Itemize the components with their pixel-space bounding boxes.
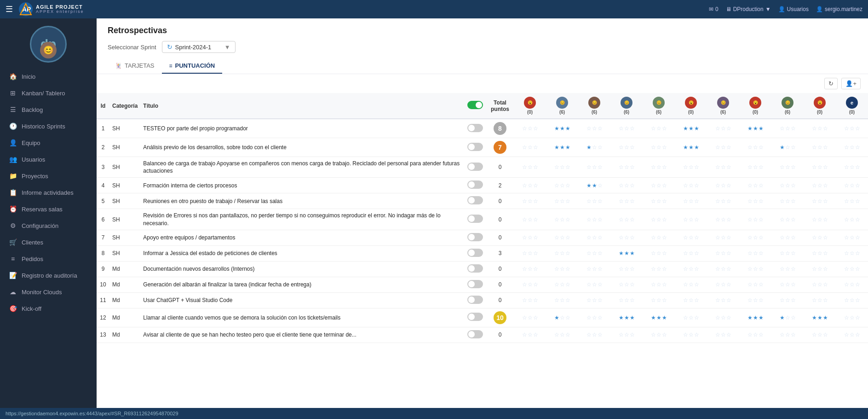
sidebar-item-kickoff[interactable]: 🎯 Kick-off bbox=[0, 300, 97, 317]
star[interactable]: ★ bbox=[780, 314, 785, 321]
star[interactable]: ☆ bbox=[823, 297, 828, 303]
star[interactable]: ☆ bbox=[565, 332, 570, 338]
star[interactable]: ☆ bbox=[554, 250, 559, 256]
star[interactable]: ☆ bbox=[850, 182, 855, 189]
row-toggle-switch[interactable] bbox=[467, 196, 483, 204]
star[interactable]: ☆ bbox=[533, 198, 538, 204]
star[interactable]: ★ bbox=[619, 314, 624, 321]
star[interactable]: ☆ bbox=[522, 266, 527, 272]
star[interactable]: ☆ bbox=[785, 281, 790, 288]
sidebar-item-reservas[interactable]: ⏰ Reservas salas bbox=[0, 201, 97, 217]
star[interactable]: ☆ bbox=[528, 314, 533, 321]
star[interactable]: ☆ bbox=[817, 266, 822, 272]
refresh-button[interactable]: ↻ bbox=[824, 78, 838, 89]
star[interactable]: ☆ bbox=[759, 266, 764, 272]
star[interactable]: ☆ bbox=[759, 198, 764, 204]
star[interactable]: ☆ bbox=[715, 182, 720, 189]
star[interactable]: ☆ bbox=[528, 234, 533, 241]
row-toggle[interactable] bbox=[464, 277, 486, 292]
star[interactable]: ★ bbox=[565, 125, 570, 132]
star[interactable]: ☆ bbox=[598, 297, 603, 303]
star[interactable]: ☆ bbox=[522, 314, 527, 321]
star[interactable]: ★ bbox=[812, 314, 817, 321]
star[interactable]: ☆ bbox=[683, 266, 688, 272]
star[interactable]: ☆ bbox=[726, 314, 731, 321]
star[interactable]: ☆ bbox=[522, 234, 527, 241]
star[interactable]: ☆ bbox=[747, 234, 753, 241]
star[interactable]: ☆ bbox=[759, 234, 764, 241]
star[interactable]: ☆ bbox=[630, 281, 635, 288]
star[interactable]: ☆ bbox=[812, 297, 817, 303]
star[interactable]: ☆ bbox=[598, 281, 603, 288]
sidebar-item-clientes[interactable]: 🛒 Clientes bbox=[0, 234, 97, 250]
star[interactable]: ☆ bbox=[817, 332, 822, 338]
star[interactable]: ☆ bbox=[554, 332, 559, 338]
star[interactable]: ☆ bbox=[785, 266, 790, 272]
sidebar-item-pedidos[interactable]: ≡ Pedidos bbox=[0, 250, 97, 267]
star[interactable]: ☆ bbox=[560, 332, 565, 338]
star[interactable]: ☆ bbox=[598, 144, 603, 151]
star[interactable]: ☆ bbox=[726, 216, 731, 223]
star[interactable]: ☆ bbox=[715, 198, 720, 204]
star[interactable]: ☆ bbox=[780, 182, 785, 189]
star[interactable]: ☆ bbox=[694, 198, 699, 204]
row-toggle[interactable] bbox=[464, 327, 486, 343]
star[interactable]: ☆ bbox=[759, 216, 764, 223]
star[interactable]: ☆ bbox=[721, 332, 726, 338]
star[interactable]: ☆ bbox=[598, 250, 603, 256]
star[interactable]: ☆ bbox=[817, 182, 822, 189]
row-toggle[interactable] bbox=[464, 209, 486, 230]
star[interactable]: ☆ bbox=[715, 314, 720, 321]
star[interactable]: ☆ bbox=[753, 216, 758, 223]
star[interactable]: ☆ bbox=[689, 314, 694, 321]
star[interactable]: ☆ bbox=[850, 266, 855, 272]
sidebar-item-inicio[interactable]: 🏠 Inicio bbox=[0, 68, 97, 85]
star[interactable]: ☆ bbox=[651, 125, 656, 132]
star[interactable]: ☆ bbox=[592, 198, 597, 204]
star[interactable]: ☆ bbox=[522, 250, 527, 256]
star[interactable]: ☆ bbox=[850, 216, 855, 223]
star[interactable]: ★ bbox=[554, 314, 559, 321]
master-toggle[interactable] bbox=[467, 101, 483, 109]
star[interactable]: ☆ bbox=[656, 216, 661, 223]
star[interactable]: ☆ bbox=[619, 125, 624, 132]
star[interactable]: ☆ bbox=[528, 281, 533, 288]
star[interactable]: ★ bbox=[554, 144, 559, 151]
star[interactable]: ☆ bbox=[726, 198, 731, 204]
star[interactable]: ☆ bbox=[850, 164, 855, 170]
sidebar-item-kanban[interactable]: ⊞ Kanban/ Tablero bbox=[0, 85, 97, 101]
star[interactable]: ☆ bbox=[651, 266, 656, 272]
star[interactable]: ☆ bbox=[817, 144, 822, 151]
star[interactable]: ☆ bbox=[791, 182, 796, 189]
star[interactable]: ☆ bbox=[560, 297, 565, 303]
row-toggle[interactable] bbox=[464, 138, 486, 157]
star[interactable]: ☆ bbox=[817, 234, 822, 241]
star[interactable]: ☆ bbox=[721, 164, 726, 170]
star[interactable]: ☆ bbox=[683, 198, 688, 204]
star[interactable]: ☆ bbox=[586, 266, 592, 272]
star[interactable]: ☆ bbox=[780, 234, 785, 241]
star[interactable]: ☆ bbox=[726, 297, 731, 303]
star[interactable]: ☆ bbox=[694, 297, 699, 303]
star[interactable]: ☆ bbox=[560, 250, 565, 256]
star[interactable]: ☆ bbox=[747, 250, 753, 256]
star[interactable]: ☆ bbox=[683, 182, 688, 189]
star[interactable]: ☆ bbox=[721, 281, 726, 288]
row-toggle-switch[interactable] bbox=[467, 215, 483, 223]
star[interactable]: ☆ bbox=[855, 144, 860, 151]
star[interactable]: ☆ bbox=[586, 125, 592, 132]
star[interactable]: ☆ bbox=[592, 216, 597, 223]
star[interactable]: ☆ bbox=[656, 198, 661, 204]
star[interactable]: ★ bbox=[586, 182, 592, 189]
star[interactable]: ☆ bbox=[780, 297, 785, 303]
star[interactable]: ☆ bbox=[533, 182, 538, 189]
row-toggle-switch[interactable] bbox=[467, 124, 483, 132]
star[interactable]: ☆ bbox=[715, 144, 720, 151]
star[interactable]: ☆ bbox=[656, 164, 661, 170]
star[interactable]: ☆ bbox=[683, 314, 688, 321]
star[interactable]: ☆ bbox=[598, 182, 603, 189]
star[interactable]: ☆ bbox=[533, 297, 538, 303]
star[interactable]: ☆ bbox=[817, 125, 822, 132]
star[interactable]: ★ bbox=[759, 314, 764, 321]
star[interactable]: ☆ bbox=[630, 297, 635, 303]
